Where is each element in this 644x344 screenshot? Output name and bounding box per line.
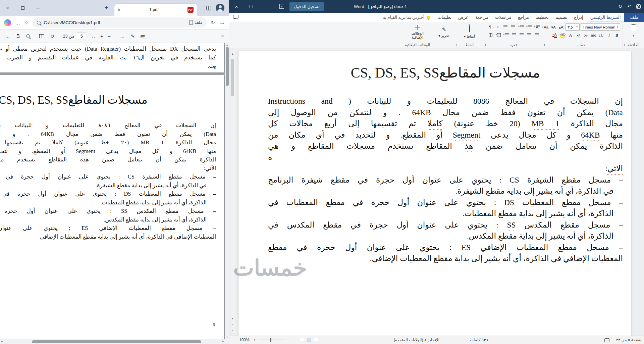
underline-button[interactable]: U▾	[598, 32, 605, 39]
scroll-up-icon[interactable]: ▴	[230, 52, 235, 55]
more-tools-icon[interactable]: …	[120, 34, 125, 39]
redo-icon[interactable]: ↻	[619, 4, 623, 9]
zoom-in-icon[interactable]: +	[100, 34, 103, 39]
ribbon-tab[interactable]: مراجع	[515, 13, 532, 22]
ribbon-tab[interactable]: تعليمات	[434, 13, 455, 22]
next-page-icon[interactable]: »	[231, 328, 234, 333]
scrollbar-thumb[interactable]	[231, 59, 234, 96]
sort-button[interactable]: ↕	[494, 23, 501, 30]
tab-close-icon[interactable]: ×	[118, 7, 120, 12]
close-icon[interactable]: ×	[229, 0, 244, 13]
contents-icon[interactable]: ≡	[221, 34, 224, 39]
highlighter-icon[interactable]	[140, 35, 145, 38]
restore-icon[interactable]	[15, 0, 30, 16]
undo-icon[interactable]: ↶	[627, 4, 631, 9]
numbering-button[interactable]: ▾	[526, 23, 533, 30]
proofing-status[interactable]	[604, 336, 609, 344]
decrease-indent-button[interactable]	[510, 23, 517, 30]
ribbon-tab[interactable]: إدراج	[571, 13, 587, 22]
page-view-icon[interactable]	[39, 34, 44, 38]
scroll-left-icon[interactable]: ◂	[1, 340, 3, 343]
document-vertical-scrollbar[interactable]: ▴ ▾ » »	[230, 51, 235, 334]
settings-more-icon[interactable]: …	[15, 20, 20, 25]
bold-button[interactable]: B	[613, 32, 620, 39]
minimize-icon[interactable]: ─	[30, 0, 45, 16]
text-effects-button[interactable]: A	[567, 32, 574, 39]
paragraph-marks-button[interactable]: ¶	[487, 23, 493, 30]
superscript-button[interactable]: x²	[575, 32, 582, 39]
scroll-right-icon[interactable]: ▸	[222, 340, 224, 343]
read-mode-icon[interactable]	[300, 338, 304, 342]
fit-width-icon[interactable]: ↔	[91, 34, 96, 39]
document-page[interactable]: مسجلات المقاطعCS, DS, ES, SS إن السجلات …	[238, 51, 631, 336]
zoom-out-icon[interactable]: −	[288, 338, 290, 342]
scroll-down-icon[interactable]: ▾	[225, 336, 229, 339]
page-indicator[interactable]: صفحة ٥ من ٢٣	[616, 336, 641, 344]
font-size-combo[interactable]: ٣,٥ ▾	[566, 23, 580, 31]
tell-me-box[interactable]: أخبرني بما تريد القيام به	[379, 13, 434, 22]
new-tab-button[interactable]: +	[102, 4, 111, 12]
bullets-button[interactable]: ▾	[533, 23, 540, 30]
minimize-icon[interactable]: ─	[259, 0, 273, 13]
font-color-button[interactable]: A▾	[551, 32, 558, 39]
dialog-launcher-icon[interactable]	[485, 44, 488, 46]
favorites-star-icon[interactable]: ☆	[24, 20, 29, 25]
italic-button[interactable]: I	[606, 32, 612, 39]
sign-in-button[interactable]: تسجيل الدخول	[289, 2, 324, 11]
restore-icon[interactable]	[244, 0, 259, 13]
zoom-slider-thumb[interactable]	[270, 338, 271, 342]
shrink-font-button[interactable]: A▾	[550, 24, 557, 31]
line-spacing-button[interactable]: ▾	[502, 32, 509, 38]
dialog-launcher-icon[interactable]	[457, 44, 459, 46]
refresh-icon[interactable]: ↻	[211, 20, 215, 25]
scrollbar-thumb[interactable]	[226, 47, 229, 86]
back-icon[interactable]: →	[219, 19, 225, 26]
print-layout-icon[interactable]	[307, 338, 311, 342]
word-count[interactable]: ٩٣٦ كلمات	[470, 336, 488, 344]
text-highlight-button[interactable]: ab▾	[559, 32, 566, 39]
scroll-up-icon[interactable]: ▴	[225, 43, 229, 46]
paste-dropdown-icon[interactable]: ▾	[630, 33, 637, 39]
language-status[interactable]: الإنجليزية (الولايات المتحدة)	[394, 336, 439, 344]
profile-avatar[interactable]	[216, 4, 224, 12]
dialog-launcher-icon[interactable]	[624, 44, 627, 46]
workspaces-icon[interactable]	[206, 6, 211, 10]
zoom-level[interactable]: 100%	[239, 338, 250, 342]
ribbon-tab[interactable]: مراسلات	[492, 13, 515, 22]
pdf-menu-icon[interactable]: …	[5, 34, 10, 39]
ribbon-tab[interactable]: عرض	[455, 13, 472, 22]
ribbon-tab[interactable]: مراجعة	[472, 13, 492, 22]
save-icon[interactable]	[636, 4, 641, 9]
addins-button[interactable]: الوظائف الإضافية	[403, 24, 432, 40]
ribbon-tab[interactable]: تصميم	[552, 13, 571, 22]
align-left-button[interactable]	[518, 32, 525, 38]
multilevel-list-button[interactable]: ▾	[518, 23, 525, 30]
draw-pen-icon[interactable]: ✎	[131, 34, 135, 39]
page-number-input[interactable]	[77, 33, 86, 40]
grow-font-button[interactable]: A▴	[558, 24, 565, 31]
paste-icon[interactable]	[631, 24, 636, 31]
close-icon[interactable]: ×	[0, 0, 15, 16]
zoom-in-icon[interactable]: +	[254, 338, 256, 342]
comments-icon[interactable]	[233, 15, 238, 19]
pdf-search-icon[interactable]	[26, 34, 30, 38]
ribbon-tab[interactable]: الشريط الرئيسي	[587, 13, 625, 22]
align-right-button[interactable]	[534, 32, 540, 38]
font-name-combo[interactable]: Times New Roman ▾	[581, 23, 620, 31]
justify-button[interactable]	[511, 32, 517, 38]
browser-tab[interactable]: × 1.pdf PDF	[114, 4, 197, 16]
url-text[interactable]: C:/Users/MCC/Desktop/1.pdf	[44, 20, 186, 25]
previous-page-icon[interactable]: »	[231, 322, 234, 327]
dialog-launcher-icon[interactable]	[544, 44, 547, 46]
zoom-out-icon[interactable]: −	[108, 34, 111, 39]
zoom-slider[interactable]	[260, 340, 284, 340]
ribbon-tab[interactable]: ملف	[624, 13, 644, 22]
rotate-icon[interactable]: ↺	[50, 34, 54, 39]
ribbon-display-options-icon[interactable]: ∧	[279, 4, 284, 9]
pdf-horizontal-scrollbar[interactable]: ◂ ▸	[0, 339, 229, 344]
ribbon-tab[interactable]: تخطيط	[532, 13, 552, 22]
shading-button[interactable]: ▾	[495, 32, 501, 38]
subscript-button[interactable]: x₂	[583, 32, 589, 39]
scroll-down-icon[interactable]: ▾	[230, 317, 235, 320]
scrollbar-thumb[interactable]	[32, 340, 201, 343]
